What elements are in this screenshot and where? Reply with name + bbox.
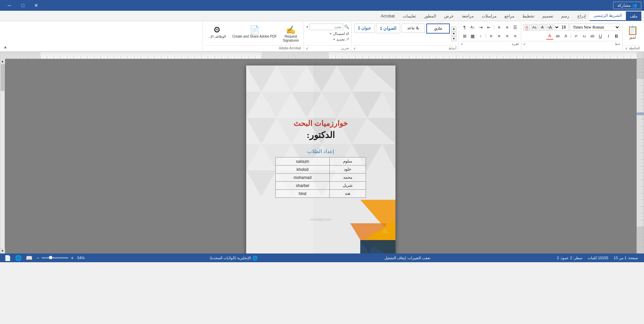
- style-heading2[interactable]: عنوان 2: [354, 24, 375, 33]
- tab-design[interactable]: تصميم: [538, 11, 557, 21]
- styles-scroll-down[interactable]: ▼: [451, 32, 457, 36]
- font-case-button[interactable]: Aa: [531, 24, 538, 31]
- font-shrink-button[interactable]: A-: [539, 24, 545, 31]
- font-grow-button[interactable]: A+: [546, 24, 553, 31]
- student-english-1: saloum: [276, 157, 330, 166]
- search-input[interactable]: [310, 24, 343, 30]
- cover-content: خوارزميات البحث الدكتور: إعداد الطلاب سل…: [246, 65, 395, 221]
- strikethrough-button[interactable]: ab: [589, 32, 596, 40]
- align-center-button[interactable]: ≡: [503, 32, 511, 40]
- sort-button[interactable]: ↕A: [469, 24, 476, 31]
- table-row: محمد mohamad: [276, 174, 366, 182]
- multilevel-button[interactable]: ≡: [495, 24, 503, 31]
- zoom-slider[interactable]: [42, 257, 68, 259]
- numbering-button[interactable]: ≡: [503, 24, 511, 31]
- acrobat-extra-button[interactable]: ⚙ الوظائف الإ...: [206, 24, 228, 40]
- font-clear-button[interactable]: A̲: [523, 24, 530, 31]
- paragraph-expand-button[interactable]: ↙: [461, 42, 464, 46]
- style-no-spacing[interactable]: بلا تباعد: [401, 24, 425, 33]
- share-button[interactable]: 👥 مشاركة: [613, 2, 641, 9]
- shading-button[interactable]: ▦: [469, 32, 476, 40]
- tab-acrobat[interactable]: Acrobat: [377, 11, 398, 21]
- close-button[interactable]: ✕: [30, 0, 43, 11]
- font-size-select[interactable]: 18: [554, 24, 569, 31]
- collapse-ribbon-button[interactable]: ▲: [1, 43, 9, 51]
- paragraph-group: ☰ ≡ ≡ ⇤ ⇥ ↕A ¶ ≡ ≡ ≡ ≡ ↕ ▦ ⊞ فقرة ↙: [459, 22, 521, 51]
- show-formatting-button[interactable]: ¶: [461, 24, 468, 31]
- font-color-button[interactable]: A: [546, 32, 553, 40]
- scroll-track[interactable]: [0, 64, 5, 248]
- tab-mailings[interactable]: مراسلات: [478, 11, 500, 21]
- align-left-button[interactable]: ≡: [495, 32, 503, 40]
- zoom-out-button[interactable]: −: [36, 255, 40, 261]
- create-share-pdf-button[interactable]: 📄 Create and Share Adobe PDF: [230, 24, 279, 40]
- tab-layout[interactable]: تخطيط: [518, 11, 538, 21]
- zoom-level[interactable]: 54%: [76, 256, 86, 260]
- print-layout-button[interactable]: 📄: [3, 254, 12, 262]
- request-signatures-button[interactable]: ✍ RequestSignatures: [281, 24, 301, 44]
- styles-expand-button[interactable]: ↙: [354, 46, 356, 50]
- subscript-button[interactable]: x₂: [581, 32, 588, 40]
- words-status[interactable]: 10155 كلمات: [585, 253, 611, 262]
- borders-button[interactable]: ⊞: [461, 32, 468, 40]
- vertical-scrollbar[interactable]: ▲ ▼: [0, 59, 5, 253]
- font-name-select[interactable]: Times New Roman: [570, 24, 620, 31]
- create-share-pdf-label: Create and Share Adobe PDF: [232, 35, 277, 39]
- share-icon: 👥: [632, 3, 637, 8]
- line-spacing-button[interactable]: ↕: [477, 32, 484, 40]
- maximize-button[interactable]: □: [16, 0, 30, 11]
- styles-group-label: أنماط: [448, 46, 457, 50]
- svg-rect-12: [637, 59, 644, 253]
- web-layout-button[interactable]: 🌐: [14, 254, 23, 262]
- select-dropdown[interactable]: ▼: [333, 38, 335, 41]
- tab-view[interactable]: عرض: [440, 11, 458, 21]
- read-mode-button[interactable]: 📖: [25, 254, 34, 262]
- bold-button[interactable]: B: [613, 32, 620, 40]
- tab-home[interactable]: الشريط الرئيسي: [590, 11, 626, 21]
- acrobat-extra-icon: ⚙: [213, 25, 221, 35]
- styles-group: ▲ ▼ ▼ عادي بلا تباعد العنوان 1 عنوان 2 أ…: [351, 22, 459, 51]
- highlight-button[interactable]: ab: [554, 32, 561, 40]
- search-dropdown[interactable]: ▼: [306, 26, 309, 29]
- replace-button[interactable]: استبدال: [333, 32, 345, 36]
- italic-button[interactable]: I: [605, 32, 612, 40]
- underline-button[interactable]: U: [597, 32, 604, 40]
- scroll-thumb[interactable]: [1, 64, 4, 91]
- svg-marker-47: [360, 240, 395, 253]
- tab-file[interactable]: ملف: [626, 11, 641, 21]
- tab-draw[interactable]: رسم: [557, 11, 573, 21]
- styles-scroll-up[interactable]: ▲: [451, 27, 457, 31]
- scroll-up-arrow[interactable]: ▲: [0, 59, 5, 64]
- styles-expand[interactable]: ▼: [451, 37, 457, 41]
- editing-expand-button[interactable]: ↙: [306, 46, 309, 50]
- tab-review[interactable]: مراجعة: [458, 11, 478, 21]
- tab-help[interactable]: تعليمات: [399, 11, 420, 21]
- ruler-corner: [637, 52, 644, 59]
- align-right-button[interactable]: ≡: [512, 32, 519, 40]
- bullets-button[interactable]: ☰: [512, 24, 519, 31]
- scroll-down-arrow[interactable]: ▼: [0, 248, 5, 253]
- style-normal[interactable]: عادي: [426, 24, 450, 34]
- text-effect-button[interactable]: A: [562, 32, 570, 40]
- zoom-in-button[interactable]: +: [70, 255, 74, 261]
- tab-insert[interactable]: إدراج: [573, 11, 590, 21]
- superscript-button[interactable]: x²: [573, 32, 580, 40]
- font-expand-button[interactable]: ↙: [523, 42, 526, 46]
- style-heading1[interactable]: العنوان 1: [376, 24, 400, 33]
- justify-button[interactable]: ≡: [487, 32, 495, 40]
- replace-dropdown[interactable]: ▼: [329, 32, 332, 35]
- tab-developer[interactable]: المطور: [420, 11, 440, 21]
- paste-button[interactable]: 📋 لصق: [625, 24, 640, 41]
- tab-references[interactable]: مراجع: [500, 11, 518, 21]
- paste-icon: 📋: [627, 25, 638, 36]
- track-changes-status[interactable]: تعقب التغييرات: إيقاف التشغيل: [382, 253, 433, 262]
- increase-indent-button[interactable]: ⇥: [477, 24, 484, 31]
- decrease-indent-button[interactable]: ⇤: [485, 24, 492, 31]
- status-bar: صفحة: 1 من 13 10155 كلمات سطر: 2 عمود: 2…: [0, 253, 644, 262]
- page-status[interactable]: صفحة: 1 من 13: [611, 253, 641, 262]
- select-icon: ↗: [346, 37, 349, 42]
- minimize-button[interactable]: ─: [3, 0, 16, 11]
- select-button[interactable]: تحديد: [336, 37, 345, 42]
- language-icon: 🌐: [252, 256, 258, 261]
- clipboard-expand-button[interactable]: ↙: [625, 46, 628, 50]
